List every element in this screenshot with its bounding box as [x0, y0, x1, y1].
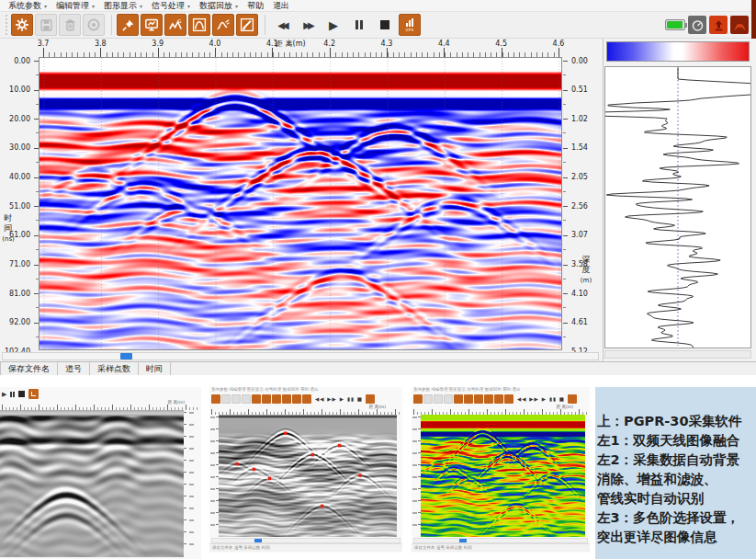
mini-toolbar-button: [272, 394, 281, 404]
menu-signal-processing[interactable]: 信号处理▾: [147, 0, 195, 12]
toolbar-stop-button[interactable]: [373, 14, 397, 36]
thumbnail-auto-pipe-detection: 系统参数 编辑管理 图形显示 信号处理 数据回放 帮助 退出 ◀◀ ▶▶ ▶ ▮…: [209, 387, 402, 553]
menu-graph-display[interactable]: 图形显示▾: [99, 0, 147, 12]
x-tick-label: 4.2: [323, 40, 335, 48]
scrollbar-thumb[interactable]: [120, 353, 132, 359]
radargram-canvas[interactable]: [39, 58, 561, 349]
depth-tick-label: 0.00: [571, 57, 588, 65]
time-tick-label: 10.00: [9, 86, 30, 94]
toolbar-display-button[interactable]: [141, 14, 163, 36]
x-tick-label: 3.9: [152, 40, 164, 48]
mini-toolbar-button: [242, 394, 251, 404]
depth-tick-label: 1.54: [571, 143, 588, 152]
menu-exit[interactable]: 退出: [268, 0, 294, 12]
chevron-down-icon: ▾: [92, 3, 95, 9]
time-axis-title: 时间(ns): [1, 213, 16, 245]
toolbar-gps-button[interactable]: GPS: [399, 14, 421, 36]
status-bar: 保存文件名道号采样点数时间: [0, 361, 756, 375]
caption-line: 左3：多色阶选择设置，: [597, 508, 756, 528]
toolbar-pause-button[interactable]: [347, 14, 371, 36]
depth-tick-label: 4.61: [571, 318, 588, 326]
toolbar-drag-handle[interactable]: [6, 15, 7, 35]
x-tick-label: 3.7: [38, 40, 50, 48]
mini-toolbar-button: [211, 394, 220, 404]
statusbar-tab[interactable]: 道号: [58, 362, 90, 375]
bottom-gallery: ▶ 距 离(m) 系统参数 编辑管理 图形显示 信号处理 数据回放 帮助 退出 …: [0, 387, 756, 559]
toolbar-play-button[interactable]: ▶: [322, 14, 345, 36]
mini2-time-axis: [209, 415, 219, 537]
toolbar-save-button[interactable]: [35, 14, 57, 36]
x-tick-label: 4.4: [438, 40, 450, 48]
mini2-status-bar: 保存文件名 道号 采样点数 时间: [209, 543, 402, 552]
depth-axis-minor-ticks: [563, 74, 566, 351]
radargram-frame: [39, 57, 562, 350]
thumbnail-dual-frequency-fusion: ▶ 距 离(m): [0, 387, 201, 559]
statusbar-tab[interactable]: 采样点数: [90, 362, 139, 375]
radar-antenna-button[interactable]: [730, 16, 749, 34]
caption-line: 突出更详尽图像信息: [597, 528, 756, 547]
mini2-radargram: [219, 415, 397, 537]
mini-toolbar-button: [282, 394, 291, 404]
mini-toolbar-button: [413, 394, 423, 404]
mini-toolbar-button: [504, 394, 513, 404]
menu-edit-manage[interactable]: 编辑管理▾: [51, 0, 99, 12]
menu-item-label: 帮助: [247, 0, 264, 12]
toolbar-settings-button[interactable]: [11, 14, 33, 36]
stop-icon: [380, 20, 389, 29]
menu-item-label: 图形显示: [104, 0, 137, 12]
toolbar-record-button[interactable]: [83, 14, 105, 36]
horizontal-scrollbar[interactable]: [2, 352, 599, 360]
depth-axis-title: 深度(m): [579, 255, 593, 286]
battery-icon: [665, 19, 685, 30]
mini-toolbar-button: [454, 394, 463, 404]
caption-line: 左1：双频天线图像融合: [597, 431, 756, 451]
toolbar-palette-button[interactable]: [236, 14, 258, 36]
toolbar-rewind-button[interactable]: ◀◀: [270, 14, 294, 36]
caption-text: 上：PGPR-30采集软件左1：双频天线图像融合左2：采集数据自动背景消除、增益…: [595, 387, 756, 547]
toolbar-gain-button[interactable]: G: [164, 14, 186, 36]
menu-item-label: 系统参数: [8, 0, 41, 12]
mini3-toolbar: ◀◀ ▶▶ ▶ ▮▮ ■: [412, 393, 590, 405]
gauge-button[interactable]: [688, 16, 706, 34]
fast-forward-icon: ▶▶: [303, 20, 311, 30]
upload-button[interactable]: [709, 16, 728, 34]
mini-toolbar-button: [484, 394, 493, 404]
chevron-down-icon: ▾: [235, 3, 238, 9]
menu-item-label: 退出: [273, 0, 289, 12]
mini1-toolbar: ▶: [0, 387, 201, 401]
trace-panel-footer: [604, 350, 751, 359]
x-tick-label: 4.3: [381, 40, 393, 48]
statusbar-tab[interactable]: 保存文件名: [0, 362, 58, 375]
mini3-scrollbar: [413, 538, 588, 543]
caption-block: 上：PGPR-30采集软件左1：双频天线图像融合左2：采集数据自动背景消除、增益…: [595, 387, 756, 559]
depth-tick-label: 2.56: [571, 202, 588, 211]
toolbar-hyperbola-button[interactable]: [188, 14, 210, 36]
toolbar-filter-button[interactable]: [212, 14, 234, 36]
mini-toolbar-button: [494, 394, 503, 404]
menu-help[interactable]: 帮助: [243, 0, 268, 12]
toolbar-separator: [265, 15, 265, 35]
statusbar-tab[interactable]: 时间: [139, 362, 171, 375]
mini-toolbar-button: [262, 394, 271, 404]
mini-playback-icons: ◀◀ ▶▶ ▶ ▮▮ ■: [517, 396, 565, 402]
mini-toolbar-button: [292, 394, 301, 404]
gps-signal-icon: [406, 18, 413, 27]
time-tick-label: 81.00: [9, 290, 30, 298]
toolbar-marker-button[interactable]: [117, 14, 139, 36]
window-edge-strip: [751, 0, 756, 39]
x-tick-label: 4.1: [266, 40, 278, 48]
pause-icon: [10, 392, 15, 397]
menu-data-playback[interactable]: 数据回放▾: [195, 0, 243, 12]
toolbar-fast-forward-button[interactable]: ▶▶: [296, 14, 320, 36]
panel-separator: [603, 39, 604, 361]
time-tick-label: 40.00: [9, 173, 30, 181]
depth-axis: 0.000.511.021.542.052.563.073.584.104.61…: [563, 57, 602, 350]
mini-toolbar-button: [464, 394, 473, 404]
pause-icon: [355, 20, 363, 29]
mini3-radargram: [421, 415, 585, 537]
toolbar-delete-button[interactable]: [59, 14, 81, 36]
mini3-time-axis: [412, 415, 421, 537]
x-axis-major-ticks: [43, 48, 559, 57]
menu-system-params[interactable]: 系统参数▾: [4, 0, 51, 12]
mini2-ruler: 距 离(m): [209, 405, 402, 415]
